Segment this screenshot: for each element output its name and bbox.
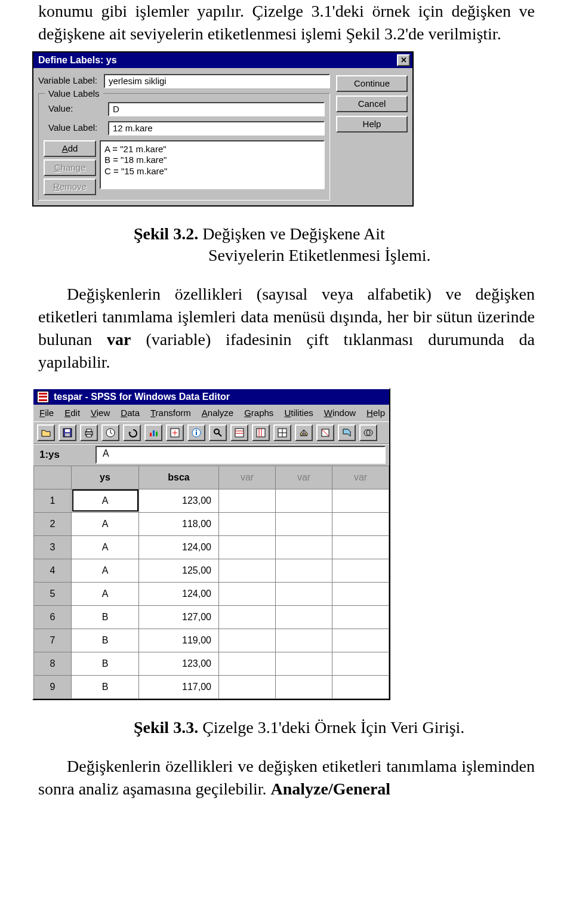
svg-rect-4 <box>87 429 91 432</box>
valuelabel-label: Value Label: <box>44 122 108 134</box>
col-var[interactable]: var <box>276 466 332 489</box>
table-row[interactable]: 6 B 127,00 <box>34 605 389 629</box>
spss-data-editor: tespar - SPSS for Windows Data Editor Fi… <box>32 388 390 700</box>
add-button[interactable]: Add <box>44 140 96 157</box>
dialog-title: Define Labels: ys <box>38 54 117 67</box>
menu-view[interactable]: View <box>91 407 110 419</box>
col-ys[interactable]: ys <box>72 466 139 489</box>
table-row[interactable]: 2 A 118,00 <box>34 512 389 535</box>
menu-utilities[interactable]: Utilities <box>284 407 313 419</box>
col-var[interactable]: var <box>332 466 389 489</box>
chart-icon[interactable] <box>144 424 162 441</box>
table-row[interactable]: 4 A 125,00 <box>34 559 389 582</box>
cancel-button[interactable]: Cancel <box>336 96 408 112</box>
analyze-general-bold: Analyze/General <box>271 780 391 798</box>
dialog-titlebar[interactable]: Define Labels: ys ✕ <box>33 53 412 68</box>
svg-rect-7 <box>150 433 152 436</box>
menu-edit[interactable]: Edit <box>64 407 80 419</box>
toolbar <box>33 421 389 444</box>
table-row[interactable]: 1 A 123,00 <box>34 489 389 512</box>
menu-graphs[interactable]: Graphs <box>244 407 273 419</box>
menu-file[interactable]: File <box>39 407 54 419</box>
table-row[interactable]: 8 B 123,00 <box>34 652 389 675</box>
col-bsca[interactable]: bsca <box>139 466 219 489</box>
table-row[interactable]: 5 A 124,00 <box>34 582 389 605</box>
menu-transform[interactable]: Transform <box>150 407 191 419</box>
var-bold: var <box>107 330 131 349</box>
table-row[interactable]: 9 B 117,00 <box>34 675 389 698</box>
print-icon[interactable] <box>80 424 98 441</box>
svg-rect-2 <box>65 433 70 436</box>
table-row[interactable]: 7 B 119,00 <box>34 629 389 652</box>
svg-point-14 <box>214 429 219 434</box>
svg-rect-13 <box>196 430 197 431</box>
figure-3-3-caption: Şekil 3.3. Çizelge 3.1'deki Örnek İçin V… <box>134 717 535 738</box>
svg-rect-15 <box>235 429 244 437</box>
value-labels-listbox[interactable]: A = "21 m.kare" B = "18 m.kare" C = "15 … <box>100 140 325 189</box>
svg-rect-16 <box>257 429 265 437</box>
cell-ref-name: 1:ys <box>37 446 96 464</box>
svg-rect-5 <box>87 435 91 437</box>
undo-icon[interactable] <box>123 424 141 441</box>
split-icon[interactable] <box>273 424 291 441</box>
paragraph-3: Değişkenlerin özellikleri ve değişken et… <box>38 755 535 800</box>
variable-label-input[interactable]: yerlesim sikligi <box>104 74 330 88</box>
weight-icon[interactable] <box>295 424 313 441</box>
value-row: Value: D <box>44 102 325 116</box>
list-item[interactable]: C = "15 m.kare" <box>104 166 320 177</box>
menu-help[interactable]: Help <box>366 407 385 419</box>
value-input[interactable]: D <box>108 102 325 116</box>
svg-rect-8 <box>153 430 155 436</box>
spss-title-text: tespar - SPSS for Windows Data Editor <box>54 390 230 404</box>
open-icon[interactable] <box>37 424 55 441</box>
menu-data[interactable]: Data <box>121 407 140 419</box>
svg-rect-1 <box>65 429 70 432</box>
remove-button[interactable]: Remove <box>44 178 96 195</box>
data-grid[interactable]: ys bsca var var var 1 A 123,00 <box>33 466 389 699</box>
svg-point-19 <box>305 433 307 435</box>
insert-case-icon[interactable] <box>230 424 248 441</box>
goto-icon[interactable] <box>166 424 184 441</box>
table-row[interactable]: 3 A 124,00 <box>34 535 389 559</box>
close-icon[interactable]: ✕ <box>397 54 410 66</box>
list-item[interactable]: A = "21 m.kare" <box>104 144 320 155</box>
help-button[interactable]: Help <box>336 116 408 133</box>
valuelabel-input[interactable]: 12 m.kare <box>108 121 325 135</box>
cell-reference-bar: 1:ys A <box>33 444 389 466</box>
page: konumu gibi işlemler yapılır. Çizelge 3.… <box>0 0 573 924</box>
labels-icon[interactable] <box>338 424 356 441</box>
menu-bar[interactable]: File Edit View Data Transform Analyze Gr… <box>33 405 389 421</box>
paragraph-1: konumu gibi işlemler yapılır. Çizelge 3.… <box>38 0 535 45</box>
spss-titlebar[interactable]: tespar - SPSS for Windows Data Editor <box>33 389 389 405</box>
list-item[interactable]: B = "18 m.kare" <box>104 155 320 166</box>
continue-button[interactable]: Continue <box>336 75 408 92</box>
find-icon[interactable] <box>209 424 227 441</box>
variable-label-label: Variable Label: <box>38 75 104 87</box>
change-button[interactable]: Change <box>44 159 96 176</box>
caption-label: Şekil 3.2. <box>134 224 198 243</box>
value-labels-groupbox: Value Labels Value: D Value Label: 12 m.… <box>38 93 330 201</box>
valuelabel-row: Value Label: 12 m.kare <box>44 121 325 135</box>
col-var[interactable]: var <box>219 466 276 489</box>
select-icon[interactable] <box>316 424 334 441</box>
caption-label: Şekil 3.3. <box>134 718 198 737</box>
cell-ref-value[interactable]: A <box>96 446 386 464</box>
menu-analyze[interactable]: Analyze <box>202 407 233 419</box>
figure-3-2-caption: Şekil 3.2. Değişken ve Değişkene Ait Sev… <box>134 223 535 267</box>
recent-icon[interactable] <box>101 424 119 441</box>
variable-label-row: Variable Label: yerlesim sikligi <box>38 74 330 88</box>
sets-icon[interactable] <box>359 424 377 441</box>
menu-window[interactable]: Window <box>324 407 356 419</box>
define-labels-dialog: Define Labels: ys ✕ Variable Label: yerl… <box>32 51 414 207</box>
svg-rect-12 <box>196 432 197 435</box>
app-icon <box>37 391 49 403</box>
svg-point-18 <box>300 433 303 435</box>
value-label: Value: <box>44 103 108 115</box>
paragraph-2: Değişkenlerin özellikleri (sayısal veya … <box>38 283 535 373</box>
info-icon[interactable] <box>187 424 205 441</box>
insert-var-icon[interactable] <box>252 424 270 441</box>
svg-rect-9 <box>156 432 158 436</box>
groupbox-legend: Value Labels <box>45 88 103 100</box>
corner-cell[interactable] <box>34 466 72 489</box>
save-icon[interactable] <box>58 424 76 441</box>
